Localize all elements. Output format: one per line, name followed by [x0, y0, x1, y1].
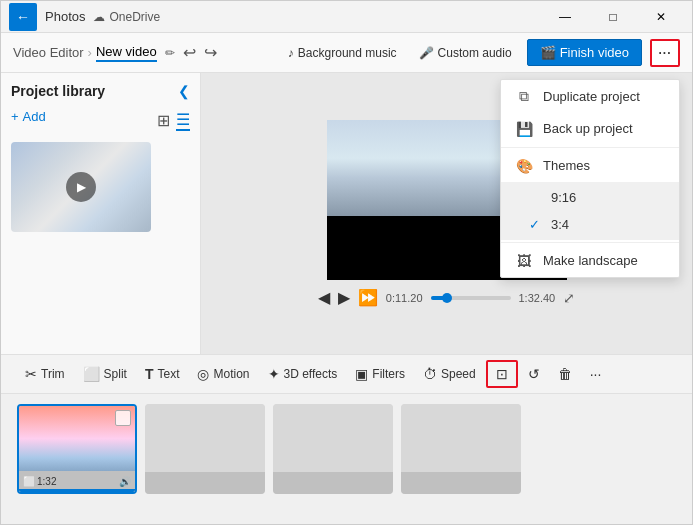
minimize-button[interactable]: — — [542, 1, 588, 33]
panel-title: Project library — [11, 83, 105, 99]
motion-icon: ◎ — [197, 366, 209, 382]
view-toggle-group: ⊞ ☰ — [157, 110, 190, 131]
timeline-thumb-3 — [273, 404, 393, 472]
trim-button[interactable]: ✂ Trim — [17, 362, 73, 386]
backup-label: Back up project — [543, 121, 633, 136]
timeline-item-2-info — [145, 472, 265, 495]
trim-label: Trim — [41, 367, 65, 381]
timeline-item-3[interactable] — [273, 404, 393, 494]
delete-button[interactable]: 🗑 — [550, 362, 580, 386]
crop-icon: ⊡ — [496, 366, 508, 382]
progress-handle[interactable] — [442, 293, 452, 303]
breadcrumb-current: New video — [96, 44, 157, 62]
text-label: Text — [157, 367, 179, 381]
timeline-item-4[interactable] — [401, 404, 521, 494]
menu-divider — [501, 147, 679, 148]
timeline-item-4-info — [401, 472, 521, 495]
speed-button[interactable]: ⏱ Speed — [415, 362, 484, 386]
ratio-916-item[interactable]: 9:16 — [501, 184, 679, 211]
list-view-button[interactable]: ☰ — [176, 110, 190, 131]
undo-button[interactable]: ↩ — [181, 41, 198, 64]
add-label: Add — [23, 109, 46, 124]
ratio-submenu: 9:16 ✓ 3:4 — [501, 182, 679, 240]
finish-video-label: Finish video — [560, 45, 629, 60]
themes-item[interactable]: 🎨 Themes — [501, 150, 679, 182]
more-tools-button[interactable]: ··· — [582, 362, 610, 386]
timeline-thumb-4 — [401, 404, 521, 472]
play-button[interactable]: ▶ — [338, 288, 350, 307]
edit-title-icon[interactable]: ✏ — [165, 46, 175, 60]
timeline-item-2[interactable] — [145, 404, 265, 494]
make-landscape-item[interactable]: 🖼 Make landscape — [501, 245, 679, 277]
timeline-progress-bar — [19, 489, 135, 492]
add-row: + Add ⊞ ☰ — [11, 109, 190, 132]
video-controls: ◀ ▶ ⏩ 0:11.20 1:32.40 ⤢ — [318, 288, 575, 307]
custom-audio-icon: 🎤 — [419, 46, 434, 60]
more-menu-container: ··· ⧉ Duplicate project 💾 Back up projec… — [650, 39, 680, 67]
breadcrumb-root[interactable]: Video Editor — [13, 45, 84, 60]
more-icon: ··· — [658, 46, 671, 60]
timeline-duration: ⬜ 1:32 — [23, 476, 56, 487]
themes-label: Themes — [543, 158, 590, 173]
fullscreen-button[interactable]: ⤢ — [563, 290, 575, 306]
text-button[interactable]: T Text — [137, 362, 188, 386]
rotate-button[interactable]: ↺ — [520, 362, 548, 386]
grid-view-button[interactable]: ⊞ — [157, 110, 170, 131]
panel-header: Project library ❮ — [11, 83, 190, 99]
background-music-button[interactable]: ♪ Background music — [281, 41, 404, 65]
custom-audio-button[interactable]: 🎤 Custom audio — [412, 41, 519, 65]
back-icon: ← — [16, 9, 30, 25]
speed-icon: ⏱ — [423, 366, 437, 382]
redo-button[interactable]: ↪ — [202, 41, 219, 64]
back-button[interactable]: ← — [9, 3, 37, 31]
timeline-icon: ⬜ — [23, 476, 35, 487]
main-window: ← Photos ☁ OneDrive — □ ✕ Video Editor ›… — [0, 0, 693, 525]
background-music-icon: ♪ — [288, 46, 294, 60]
next-frame-button[interactable]: ⏩ — [358, 288, 378, 307]
duplicate-icon: ⧉ — [515, 88, 533, 105]
split-button[interactable]: ⬜ Split — [75, 362, 135, 386]
crop-button[interactable]: ⊡ — [486, 360, 518, 388]
onedrive-label: OneDrive — [109, 10, 160, 24]
prev-frame-button[interactable]: ◀ — [318, 288, 330, 307]
timeline-checkbox[interactable] — [115, 410, 131, 426]
landscape-icon: 🖼 — [515, 253, 533, 269]
rotate-icon: ↺ — [528, 366, 540, 382]
thumbnail-play-button[interactable]: ▶ — [66, 172, 96, 202]
onedrive-area: ☁ OneDrive — [93, 10, 160, 24]
ratio-34-label: 3:4 — [551, 217, 569, 232]
menu-divider-2 — [501, 242, 679, 243]
dropdown-menu: ⧉ Duplicate project 💾 Back up project 🎨 … — [500, 79, 680, 278]
timeline-time: 1:32 — [37, 476, 56, 487]
motion-button[interactable]: ◎ Motion — [189, 362, 257, 386]
split-label: Split — [104, 367, 127, 381]
breadcrumb: Video Editor › New video ✏ — [13, 44, 175, 62]
timeline-item-1[interactable]: ⬜ 1:32 🔊 — [17, 404, 137, 494]
panel-collapse-button[interactable]: ❮ — [178, 83, 190, 99]
editor-toolbar: Video Editor › New video ✏ ↩ ↪ ♪ Backgro… — [1, 33, 692, 73]
themes-icon: 🎨 — [515, 158, 533, 174]
breadcrumb-separator: › — [88, 45, 92, 60]
timeline-item-3-info — [273, 472, 393, 495]
split-icon: ⬜ — [83, 366, 100, 382]
effects-button[interactable]: ✦ 3D effects — [260, 362, 346, 386]
delete-icon: 🗑 — [558, 366, 572, 382]
ratio-34-check: ✓ — [529, 217, 543, 232]
backup-project-item[interactable]: 💾 Back up project — [501, 113, 679, 145]
progress-bar[interactable] — [431, 296, 511, 300]
media-thumbnail-item[interactable]: ▶ — [11, 142, 151, 232]
add-icon: + — [11, 109, 19, 124]
more-options-button[interactable]: ··· — [650, 39, 680, 67]
add-media-button[interactable]: + Add — [11, 109, 46, 124]
more-tools-icon: ··· — [590, 366, 602, 382]
maximize-button[interactable]: □ — [590, 1, 636, 33]
ratio-34-item[interactable]: ✓ 3:4 — [501, 211, 679, 238]
app-title: Photos — [45, 9, 85, 24]
effects-icon: ✦ — [268, 366, 280, 382]
duplicate-project-item[interactable]: ⧉ Duplicate project — [501, 80, 679, 113]
close-button[interactable]: ✕ — [638, 1, 684, 33]
finish-video-button[interactable]: 🎬 Finish video — [527, 39, 642, 66]
filters-button[interactable]: ▣ Filters — [347, 362, 413, 386]
text-icon: T — [145, 366, 154, 382]
onedrive-icon: ☁ — [93, 10, 105, 24]
